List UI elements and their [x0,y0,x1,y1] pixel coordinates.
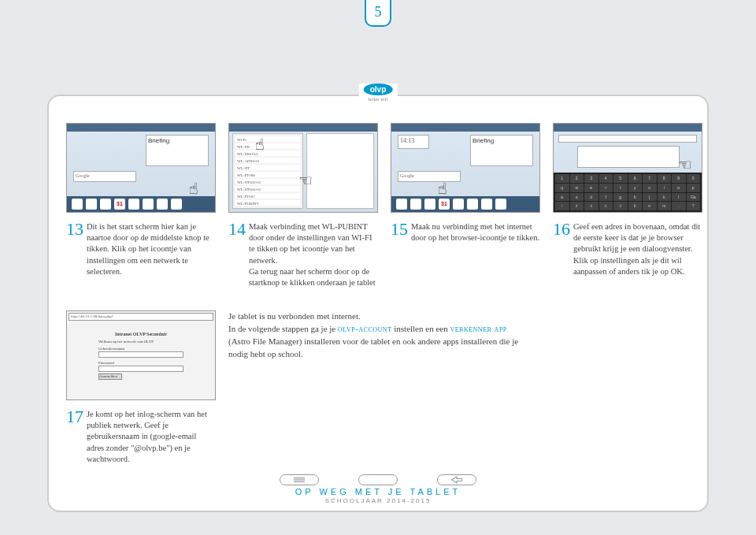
screenshot-home-2: 14:13 Briefing Google 31 ☜ [391,123,540,213]
key: h [628,193,643,202]
key: 7 [643,174,657,183]
highlight-olvp-account: olvp-account [338,324,392,333]
cont-post: (Astro File Manager) installeren voor de… [228,336,518,359]
key: p [687,184,701,192]
tablet-nav-controls [280,474,476,485]
row-screenshots-2: http://46.10.1.88/data.php?zone=zdin18&r… [66,310,690,465]
key: z [570,202,584,210]
pointer-icon: ☜ [678,155,692,174]
key: w [570,184,584,192]
submit-button: Aanmelden [98,373,122,380]
key: 8 [658,174,672,183]
pointer-icon: ☜ [298,171,313,190]
key: d [584,193,598,202]
menu-button [280,474,319,485]
page-footer: OP WEG MET JE TABLET SCHOOLJAAR 2014-201… [49,487,707,504]
list-item: WL-PT006 [235,172,300,177]
step-text: Maak verbinding met WL-PUBINT door onder… [249,221,378,288]
briefing-title: Briefing [148,137,169,144]
key: 2 [570,174,584,183]
clock-widget: 14:13 [398,135,429,149]
list-item: WL-HT [235,165,300,170]
key: x [584,202,598,210]
screenshot-login: http://46.10.1.88/data.php?zone=zdin18&r… [66,310,216,400]
key: 3 [584,174,598,183]
key: q [555,184,569,192]
key: v [613,202,628,210]
step-14: Wi-Fi WL-HS WL-HS010A WL-ADS0-01 WL-HT W… [228,123,378,288]
briefing-title: Briefing [472,137,494,144]
step-15: 14:13 Briefing Google 31 ☜ 15 Maak nu ve… [391,123,540,288]
continuation-text: Je tablet is nu verbonden met internet. … [228,310,528,361]
dock: 31 [67,196,215,212]
step-13: Briefing Google 31 ☜ 13 Dit is het start… [66,123,216,288]
calendar-icon: 31 [114,199,125,210]
pointer-icon: ☜ [184,181,203,195]
key: n [643,202,657,210]
cont-pre: In de volgende stappen ga je je [228,324,338,333]
key: 6 [628,174,643,183]
step-text: Je komt op het inlog-scherm van het publ… [87,408,216,465]
step-17: http://46.10.1.88/data.php?zone=zdin18&r… [66,310,216,465]
cont-line1: Je tablet is nu verbonden met internet. [228,311,361,321]
footer-subtitle: SCHOOLJAAR 2014-2015 [49,497,707,504]
screenshot-settings: Wi-Fi WL-HS WL-HS010A WL-ADS0-01 WL-HT W… [228,123,378,213]
screenshot-keyboard: 1234567890 qwertyuiop asdfghjklGa ↑zxcvb… [553,123,702,213]
logo-tagline: ieder telt [369,96,388,102]
on-screen-keyboard: 1234567890 qwertyuiop asdfghjklGa ↑zxcvb… [554,173,702,212]
key: i [658,184,672,192]
key: 4 [599,174,613,183]
list-item: WL-HS010A [235,150,300,156]
key: m [658,202,672,210]
step-text: Dit is het start scherm hier kan je naar… [87,221,216,277]
footer-title: OP WEG MET JE TABLET [49,487,707,496]
key: o [672,184,686,192]
key: Ga [687,193,701,202]
username-field [98,351,183,358]
screenshot-home-1: Briefing Google 31 ☜ [66,123,216,213]
dialog [577,146,680,168]
content-card: olvp ieder telt Briefing Google 31 ☜ 13 … [47,95,709,512]
list-item: WL-ADS0-01 [235,158,300,163]
pointer-icon: ☜ [433,181,452,195]
key: s [570,193,584,202]
key: a [555,193,569,202]
key: e [584,184,598,192]
key: b [628,202,643,210]
key: 5 [613,174,628,183]
key: t [613,184,628,192]
step-number: 14 [228,221,246,288]
calendar-icon: 31 [439,199,450,210]
key: k [658,193,672,202]
row-screenshots: Briefing Google 31 ☜ 13 Dit is het start… [66,123,690,288]
login-sub: Welkom op het netwerk van OLVP [98,340,183,344]
step-text: Maak nu verbinding met het internet door… [411,221,540,243]
highlight-verkenner-app: verkenner app [450,324,506,333]
page-number-badge: 5 [365,0,391,27]
step-16: 1234567890 qwertyuiop asdfghjklGa ↑zxcvb… [553,123,702,288]
list-item: WL-PUBINT [235,200,300,206]
address-bar: http://46.10.1.88/data.php?zone=zdin18&r… [69,313,213,321]
key: c [599,202,613,210]
google-search: Google [398,171,461,182]
logo: olvp ieder telt [359,84,398,102]
key: ? [687,202,701,210]
key: r [599,184,613,192]
step-number: 16 [553,221,570,277]
list-item: WL-PT007 [235,193,300,199]
step-number: 17 [66,408,83,465]
key: 1 [555,174,569,183]
key: g [613,193,628,202]
step-number: 15 [391,221,408,243]
home-button [358,474,398,485]
password-label: Paswoord [98,361,183,365]
pointer-icon: ☜ [250,137,269,151]
key: 0 [687,174,701,183]
google-search: Google [73,171,136,182]
logo-text: olvp [364,84,393,95]
list-item: WL-HT002-01 [235,179,300,184]
key: y [628,184,643,192]
key: . [672,202,686,210]
dock: 31 [391,196,539,212]
step-text: Geef een adres in bovenaan, omdat dit de… [573,221,702,277]
